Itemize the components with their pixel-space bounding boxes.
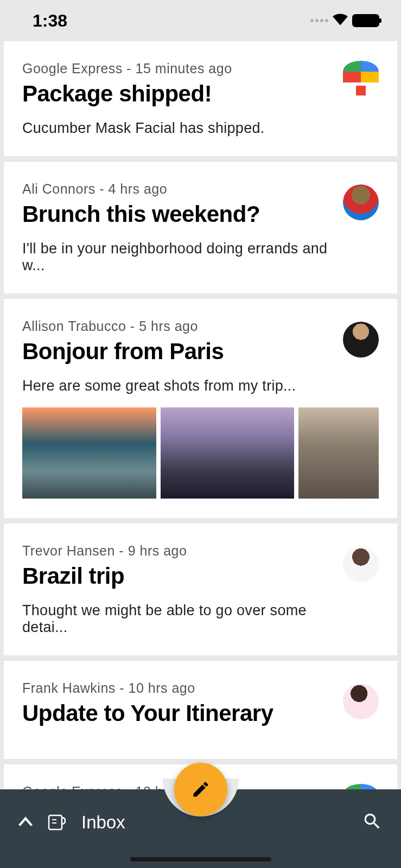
- attachment-thumbnail[interactable]: [298, 407, 379, 499]
- email-attachments: [22, 407, 379, 499]
- email-card[interactable]: Frank Hawkins - 10 hrs agoUpdate to Your…: [4, 661, 397, 759]
- expand-menu-button[interactable]: [18, 816, 33, 828]
- email-meta: Allison Trabucco - 5 hrs ago: [22, 318, 335, 334]
- compose-button[interactable]: [174, 763, 227, 816]
- email-card[interactable]: Google Express - 15 minutes agoPackage s…: [4, 41, 397, 156]
- folder-label[interactable]: Inbox: [81, 812, 125, 833]
- email-subject: Bonjour from Paris: [22, 339, 335, 365]
- sender-avatar[interactable]: [343, 546, 379, 582]
- status-icons: [310, 14, 379, 28]
- email-card[interactable]: Ali Connors - 4 hrs agoBrunch this weeke…: [4, 162, 397, 293]
- email-card[interactable]: Allison Trabucco - 5 hrs agoBonjour from…: [4, 299, 397, 518]
- email-preview: Thought we might be able to go over some…: [22, 602, 335, 636]
- email-preview: I'll be in your neighborhood doing erran…: [22, 240, 335, 274]
- app-logo-icon[interactable]: [47, 812, 67, 833]
- email-meta: Google Express - 15 minutes ago: [22, 61, 335, 76]
- email-meta: Ali Connors - 4 hrs ago: [22, 181, 335, 197]
- email-preview: Here are some great shots from my trip..…: [22, 378, 335, 394]
- email-meta: Trevor Hansen - 9 hrs ago: [22, 543, 335, 559]
- battery-icon: [352, 14, 379, 27]
- sender-avatar[interactable]: [343, 684, 379, 719]
- chevron-up-icon: [18, 816, 33, 826]
- email-subject: Brazil trip: [22, 563, 335, 589]
- email-preview: Cucumber Mask Facial has shipped.: [22, 120, 335, 137]
- status-time: 1:38: [33, 11, 67, 31]
- home-indicator[interactable]: [130, 857, 271, 861]
- email-card[interactable]: Trevor Hansen - 9 hrs agoBrazil tripThou…: [4, 524, 397, 655]
- attachment-thumbnail[interactable]: [22, 407, 156, 499]
- cellular-signal-icon: [310, 19, 328, 22]
- email-subject: Package shipped!: [22, 81, 335, 107]
- email-feed[interactable]: Google Express - 15 minutes agoPackage s…: [0, 41, 401, 801]
- sender-avatar[interactable]: [343, 184, 379, 220]
- status-bar: 1:38: [0, 0, 401, 41]
- sender-avatar[interactable]: [343, 61, 379, 82]
- wifi-icon: [333, 14, 348, 28]
- pencil-icon: [191, 780, 211, 799]
- attachment-thumbnail[interactable]: [161, 407, 295, 499]
- email-subject: Brunch this weekend?: [22, 201, 335, 227]
- sender-avatar[interactable]: [343, 322, 379, 358]
- email-subject: Update to Your Itinerary: [22, 700, 335, 726]
- search-button[interactable]: [362, 811, 383, 834]
- search-icon: [362, 811, 383, 832]
- email-meta: Frank Hawkins - 10 hrs ago: [22, 680, 335, 696]
